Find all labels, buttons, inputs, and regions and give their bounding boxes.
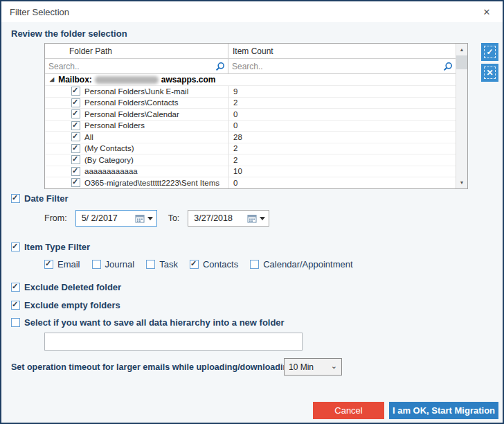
column-item-count[interactable]: Item Count [228,44,456,58]
table-scrollbar[interactable]: ▲ ▼ [456,44,467,188]
item-type-option: Task [146,259,178,270]
folder-path: Personal Folders [84,121,145,130]
row-checkbox[interactable] [71,121,80,130]
scrollbar-thumb[interactable] [456,55,467,69]
start-migration-button[interactable]: I am OK, Start Migration [389,402,498,419]
item-count: 9 [233,87,237,96]
item-type-filter-checkbox-row: Item Type Filter [11,242,90,252]
item-type-checkbox[interactable] [146,260,155,269]
mailbox-domain: awsapps.com [161,75,216,85]
save-hierarchy-checkbox[interactable] [11,318,20,327]
table-row[interactable]: O365-migrated\testtttt2223\Sent Items 0 [45,177,456,188]
timeout-value: 10 Min [289,362,331,372]
table-row[interactable]: All 28 [45,132,456,143]
item-count: 0 [233,121,237,130]
from-date-picker[interactable]: 5/ 2/2017 [75,210,157,227]
item-type-label: Contacts [203,259,238,270]
item-count-search-input[interactable] [228,59,456,73]
title-bar: Filter Selection ✕ [1,1,503,22]
folder-path: O365-migrated\testtttt2223\Sent Items [84,179,219,187]
from-label: From: [44,213,67,223]
exclude-empty-row: Exclude empty folders [11,300,120,310]
dropdown-arrow-icon[interactable] [147,217,153,220]
table-row[interactable]: Personal Folders\Calendar 0 [45,109,456,121]
table-row[interactable]: Personal Folders 0 [45,121,456,132]
item-type-filter-checkbox[interactable] [11,242,20,251]
table-header: Folder Path Item Count [45,44,456,59]
table-row[interactable]: (By Category) 2 [45,154,456,166]
exclude-empty-checkbox[interactable] [11,301,20,310]
date-filter-checkbox-row: Date Filter [11,193,69,204]
item-type-option: Journal [92,259,135,270]
exclude-deleted-row: Exclude Deleted folder [11,282,121,292]
redacted-mailbox-name [95,76,159,84]
folder-table: Folder Path Item Count [44,43,468,189]
column-folder-path[interactable]: Folder Path [45,44,228,58]
to-date-picker[interactable]: 3/27/2018 [188,210,269,227]
save-hierarchy-row: Select if you want to save all data hier… [11,317,285,328]
save-hierarchy-label: Select if you want to save all data hier… [24,317,285,328]
item-type-checkbox[interactable] [44,260,53,269]
item-type-label: Journal [105,259,135,270]
row-checkbox[interactable] [71,98,80,107]
item-count: 2 [233,144,237,152]
to-label: To: [168,213,180,223]
item-type-checkbox[interactable] [92,260,101,269]
folder-path: Personal Folders\Calendar [84,110,179,118]
item-type-option: Calendar/Appointment [250,259,352,270]
folder-path: (By Category) [84,156,134,164]
new-folder-name-input[interactable] [44,333,303,351]
table-row[interactable]: Personal Folders\Junk E-mail 9 [45,86,456,98]
item-count: 0 [233,110,237,118]
exclude-deleted-label: Exclude Deleted folder [24,282,121,292]
row-checkbox[interactable] [71,167,80,176]
mailbox-header-row[interactable]: ◢ Mailbox: awsapps.com [45,74,456,86]
item-type-checkbox[interactable] [190,260,199,269]
scroll-up-icon[interactable]: ▲ [456,44,467,55]
date-filter-label: Date Filter [24,193,69,204]
to-date-value: 3/27/2018 [194,213,247,223]
row-checkbox[interactable] [71,109,80,118]
date-range-row: From: 5/ 2/2017 To: 3/27/2018 [44,210,269,227]
row-checkbox[interactable] [71,132,80,141]
row-checkbox[interactable] [71,155,80,164]
deselect-all-x-icon: ✕ [486,68,493,78]
item-count: 2 [233,156,237,164]
item-count: 2 [233,98,237,107]
deselect-all-button[interactable]: ✕ [481,64,498,82]
folder-path-search-input[interactable] [45,59,228,73]
item-type-option: Contacts [190,259,238,270]
item-type-filter-label: Item Type Filter [24,242,90,252]
timeout-dropdown[interactable]: 10 Min ⌄ [284,358,342,376]
column-divider [228,86,229,188]
search-icon [443,62,453,71]
tree-expand-icon[interactable]: ◢ [50,77,54,82]
row-checkbox[interactable] [71,144,80,153]
search-icon [215,62,225,71]
mailbox-prefix: Mailbox: [58,75,92,85]
dropdown-arrow-icon[interactable] [260,217,265,220]
table-row[interactable]: (My Contacts) 2 [45,143,456,155]
item-type-label: Email [57,259,80,270]
table-row[interactable]: Personal Folders\Contacts 2 [45,98,456,109]
close-icon[interactable]: ✕ [478,1,496,22]
item-count: 0 [233,179,237,187]
from-date-value: 5/ 2/2017 [82,213,135,223]
scroll-down-icon[interactable]: ▼ [456,177,467,188]
section-title: Review the folder selection [11,28,127,39]
item-count: 28 [233,133,242,141]
row-checkbox[interactable] [71,87,80,96]
item-type-checkbox[interactable] [250,260,259,269]
window-title: Filter Selection [10,7,69,17]
search-row [45,59,456,74]
scrollbar-track[interactable] [456,69,467,177]
select-all-check-icon: ✓ [486,47,493,57]
cancel-button[interactable]: Cancel [313,402,384,419]
table-row[interactable]: aaaaaaaaaaaa 10 [45,166,456,178]
select-all-button[interactable]: ✓ [481,43,498,61]
date-filter-checkbox[interactable] [11,194,20,203]
row-checkbox[interactable] [71,178,80,187]
folder-path: Personal Folders\Junk E-mail [84,87,188,96]
folder-path: (My Contacts) [84,144,134,152]
exclude-deleted-checkbox[interactable] [11,283,20,292]
